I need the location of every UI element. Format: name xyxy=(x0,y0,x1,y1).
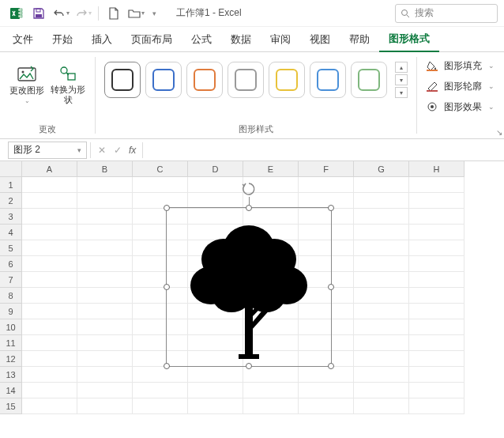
col-header-B[interactable]: B xyxy=(77,161,133,177)
redo-button[interactable]: ▾ xyxy=(73,3,93,24)
tab-审阅[interactable]: 审阅 xyxy=(261,28,300,51)
cell[interactable] xyxy=(409,383,465,398)
cell[interactable] xyxy=(133,383,188,398)
cell[interactable] xyxy=(354,240,409,256)
cell[interactable] xyxy=(409,177,465,193)
cell[interactable] xyxy=(409,288,465,304)
cell[interactable] xyxy=(354,193,409,209)
cell[interactable] xyxy=(22,272,77,288)
name-box[interactable]: 图形 2▾ xyxy=(8,142,87,159)
cell[interactable] xyxy=(299,383,354,398)
cell[interactable] xyxy=(409,225,465,240)
dialog-launcher[interactable]: ↘ xyxy=(496,128,502,137)
cell[interactable] xyxy=(77,225,133,240)
style-swatch-3[interactable] xyxy=(228,62,264,98)
cell[interactable] xyxy=(22,367,77,383)
row-header-11[interactable]: 11 xyxy=(0,335,22,351)
cell[interactable] xyxy=(22,351,77,367)
cell[interactable] xyxy=(22,209,77,225)
cell[interactable] xyxy=(77,177,133,193)
cell[interactable] xyxy=(299,398,354,414)
cell[interactable] xyxy=(77,383,133,398)
cell[interactable] xyxy=(409,193,465,209)
cell[interactable] xyxy=(354,351,409,367)
enter-formula-button[interactable]: ✓ xyxy=(110,142,126,158)
cell[interactable] xyxy=(77,209,133,225)
cell[interactable] xyxy=(77,319,133,335)
style-swatch-4[interactable] xyxy=(269,62,305,98)
selected-shape[interactable] xyxy=(166,207,332,367)
cell[interactable] xyxy=(354,272,409,288)
col-header-A[interactable]: A xyxy=(22,161,77,177)
cell[interactable] xyxy=(22,240,77,256)
shape-outline-button[interactable]: 图形轮廓 ⌄ xyxy=(423,77,498,95)
cell[interactable] xyxy=(77,193,133,209)
col-header-C[interactable]: C xyxy=(133,161,188,177)
row-header-1[interactable]: 1 xyxy=(0,177,22,193)
cell[interactable] xyxy=(409,351,465,367)
cell[interactable] xyxy=(409,304,465,319)
row-header-6[interactable]: 6 xyxy=(0,256,22,272)
change-graphic-button[interactable]: 更改图形⌄ xyxy=(8,57,46,112)
cell[interactable] xyxy=(354,177,409,193)
row-header-4[interactable]: 4 xyxy=(0,225,22,240)
shape-fill-button[interactable]: 图形填充 ⌄ xyxy=(423,57,498,74)
style-swatch-2[interactable] xyxy=(186,62,223,98)
cell[interactable] xyxy=(409,209,465,225)
style-swatch-6[interactable] xyxy=(351,62,387,98)
shape-style-gallery[interactable]: ▴▾▾ xyxy=(101,57,411,103)
cell[interactable] xyxy=(409,367,465,383)
shape-effects-button[interactable]: 图形效果 ⌄ xyxy=(423,98,498,115)
new-file-button[interactable] xyxy=(103,3,124,24)
col-header-G[interactable]: G xyxy=(354,161,409,177)
cell[interactable] xyxy=(354,319,409,335)
resize-handle-0[interactable] xyxy=(164,205,170,211)
cell[interactable] xyxy=(22,335,77,351)
row-header-10[interactable]: 10 xyxy=(0,319,22,335)
cell[interactable] xyxy=(77,256,133,272)
cell[interactable] xyxy=(409,272,465,288)
cell[interactable] xyxy=(133,367,188,383)
cell[interactable] xyxy=(22,225,77,240)
cell[interactable] xyxy=(22,256,77,272)
cell[interactable] xyxy=(354,398,409,414)
tab-帮助[interactable]: 帮助 xyxy=(340,28,379,51)
cell[interactable] xyxy=(188,383,243,398)
row-header-8[interactable]: 8 xyxy=(0,288,22,304)
resize-handle-6[interactable] xyxy=(246,363,252,369)
resize-handle-3[interactable] xyxy=(164,284,170,290)
gallery-scroll-0[interactable]: ▴ xyxy=(395,62,408,73)
cell[interactable] xyxy=(22,177,77,193)
row-header-2[interactable]: 2 xyxy=(0,193,22,209)
select-all-corner[interactable] xyxy=(0,161,22,177)
resize-handle-7[interactable] xyxy=(328,363,334,369)
cell[interactable] xyxy=(22,398,77,414)
row-header-3[interactable]: 3 xyxy=(0,209,22,225)
cell[interactable] xyxy=(133,193,188,209)
cell[interactable] xyxy=(354,288,409,304)
cell[interactable] xyxy=(354,367,409,383)
cell[interactable] xyxy=(354,256,409,272)
rotate-handle[interactable] xyxy=(241,181,257,197)
cell[interactable] xyxy=(354,304,409,319)
qat-customize[interactable]: ▾ xyxy=(148,3,160,24)
cell[interactable] xyxy=(299,367,354,383)
tab-插入[interactable]: 插入 xyxy=(82,28,122,51)
search-input[interactable]: 搜索 xyxy=(395,4,498,23)
cell[interactable] xyxy=(77,335,133,351)
cell[interactable] xyxy=(243,398,299,414)
cell[interactable] xyxy=(188,177,243,193)
cell[interactable] xyxy=(354,383,409,398)
cell[interactable] xyxy=(133,398,188,414)
row-header-9[interactable]: 9 xyxy=(0,304,22,319)
row-header-14[interactable]: 14 xyxy=(0,383,22,398)
cell[interactable] xyxy=(22,383,77,398)
cell[interactable] xyxy=(77,351,133,367)
cell[interactable] xyxy=(77,398,133,414)
row-header-13[interactable]: 13 xyxy=(0,367,22,383)
style-swatch-5[interactable] xyxy=(310,62,346,98)
cell[interactable] xyxy=(243,367,299,383)
cell[interactable] xyxy=(409,240,465,256)
col-header-F[interactable]: F xyxy=(299,161,354,177)
resize-handle-5[interactable] xyxy=(164,363,170,369)
